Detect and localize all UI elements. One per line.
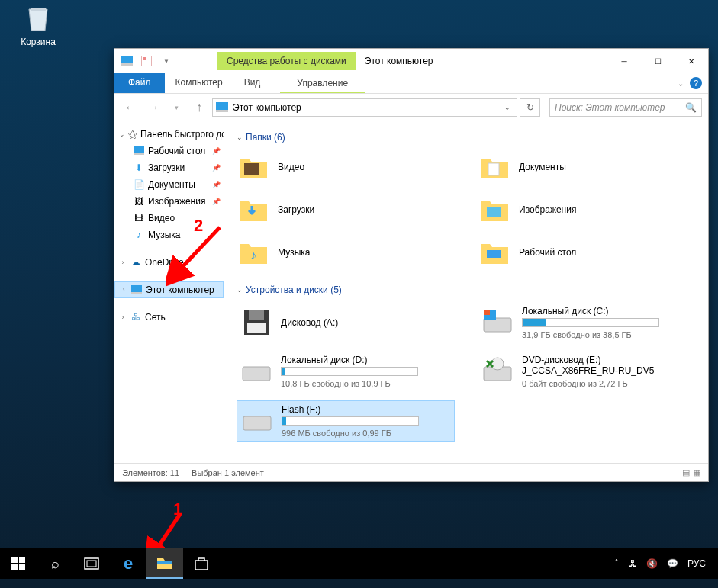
device-local-d[interactable]: Локальный диск (D:)10,8 ГБ свободно из 1… xyxy=(237,352,455,391)
sidebar-item-desktop[interactable]: Рабочий стол📌 xyxy=(114,143,224,159)
pictures-icon: 🖼 xyxy=(133,195,145,207)
device-label2: J_CCSA_X86FRE_RU-RU_DV5 xyxy=(522,365,654,376)
folder-icon: ♪ xyxy=(237,237,270,268)
tray-language[interactable]: РУС xyxy=(687,558,706,569)
titlebar[interactable]: ▼ Средства работы с дисками Этот компьют… xyxy=(114,49,708,73)
device-subtext: 996 МБ свободно из 0,99 ГБ xyxy=(282,429,419,438)
pin-icon: 📌 xyxy=(212,164,224,172)
system-menu-icon[interactable] xyxy=(118,53,135,69)
tab-manage[interactable]: Управление xyxy=(280,73,365,93)
taskbar: ⌕ e ˄ 🖧 🔇 💬 РУС xyxy=(0,548,718,579)
qat-dropdown-icon[interactable]: ▼ xyxy=(158,53,175,69)
svg-rect-28 xyxy=(19,557,25,563)
device-label: Flash (F:) xyxy=(282,404,419,415)
svg-rect-20 xyxy=(484,310,490,315)
svg-rect-24 xyxy=(243,416,271,430)
contextual-tab-drive-tools[interactable]: Средства работы с дисками xyxy=(217,52,356,70)
qat-properties-icon[interactable] xyxy=(138,53,155,69)
drive-icon xyxy=(481,307,514,338)
taskbar-edge[interactable]: e xyxy=(110,548,146,579)
quick-access-toolbar: ▼ xyxy=(114,53,175,69)
maximize-button[interactable]: ☐ xyxy=(641,50,675,72)
device-subtext: 31,9 ГБ свободно из 38,5 ГБ xyxy=(522,330,659,339)
back-button[interactable]: ← xyxy=(121,98,140,117)
address-segment[interactable]: Этот компьютер xyxy=(233,102,301,113)
minimize-button[interactable]: ─ xyxy=(607,50,641,72)
navigation-bar: ← → ▾ ↑ Этот компьютер ⌄ ↻ Поиск: Этот к… xyxy=(114,94,708,121)
tab-computer[interactable]: Компьютер xyxy=(165,73,233,93)
folder-pictures[interactable]: Изображения xyxy=(478,193,696,227)
system-tray: ˄ 🖧 🔇 💬 РУС xyxy=(614,558,718,569)
task-view-button[interactable] xyxy=(73,548,110,579)
file-explorer-icon xyxy=(156,556,173,570)
device-flash[interactable]: Flash (F:)996 МБ свободно из 0,99 ГБ xyxy=(237,400,455,442)
folder-music[interactable]: ♪Музыка xyxy=(237,236,455,269)
floppy-icon xyxy=(240,307,273,338)
downloads-icon: ⬇ xyxy=(133,162,145,174)
search-icon[interactable]: 🔍 xyxy=(685,102,697,113)
folder-documents[interactable]: Документы xyxy=(478,150,696,184)
svg-line-25 xyxy=(171,227,220,279)
svg-rect-3 xyxy=(143,57,146,60)
folder-icon xyxy=(478,194,511,225)
sidebar-item-pictures[interactable]: 🖼Изображения📌 xyxy=(114,193,224,210)
folder-icon xyxy=(478,152,511,182)
tray-notifications-icon[interactable]: 💬 xyxy=(667,558,678,569)
close-button[interactable]: ✕ xyxy=(675,50,708,72)
tab-file[interactable]: Файл xyxy=(114,73,165,93)
sidebar-network[interactable]: ›🖧Сеть xyxy=(114,309,224,326)
sidebar-item-label: Документы xyxy=(148,179,195,190)
tray-volume-icon[interactable]: 🔇 xyxy=(646,558,658,569)
view-tiles-icon[interactable]: ▦ xyxy=(693,468,700,477)
folder-label: Изображения xyxy=(519,204,576,215)
folder-videos[interactable]: Видео xyxy=(237,150,455,184)
svg-rect-17 xyxy=(247,323,266,333)
up-button[interactable]: ↑ xyxy=(189,98,209,117)
refresh-button[interactable]: ↻ xyxy=(520,98,540,117)
desktop-icon-recycle-bin[interactable]: Корзина xyxy=(15,3,61,47)
address-dropdown-icon[interactable]: ⌄ xyxy=(501,104,514,111)
dvd-icon xyxy=(481,356,514,387)
status-bar: Элементов: 11 Выбран 1 элемент ▤ ▦ xyxy=(114,463,708,481)
folder-desktop[interactable]: Рабочий стол xyxy=(478,236,696,269)
network-icon: 🖧 xyxy=(130,311,142,323)
svg-rect-10 xyxy=(244,163,259,175)
folder-icon xyxy=(237,194,270,225)
address-bar[interactable]: Этот компьютер ⌄ xyxy=(212,98,517,117)
view-details-icon[interactable]: ▤ xyxy=(682,468,690,477)
ribbon-tabs: Файл Компьютер Вид Управление ⌄ ? xyxy=(114,73,708,94)
tray-network-icon[interactable]: 🖧 xyxy=(628,558,637,569)
device-dvd[interactable]: DVD-дисковод (E:)J_CCSA_X86FRE_RU-RU_DV5… xyxy=(478,352,696,391)
device-local-c[interactable]: Локальный диск (C:)31,9 ГБ свободно из 3… xyxy=(478,303,696,342)
folder-label: Загрузки xyxy=(278,204,314,215)
taskbar-file-explorer[interactable] xyxy=(146,548,183,579)
help-icon[interactable]: ? xyxy=(690,77,702,89)
drive-icon xyxy=(240,356,273,387)
sidebar-quick-access[interactable]: ⌄⚝Панель быстрого до xyxy=(114,126,224,143)
sidebar-item-downloads[interactable]: ⬇Загрузки📌 xyxy=(114,159,224,176)
recent-dropdown-icon[interactable]: ▾ xyxy=(166,98,186,117)
svg-rect-18 xyxy=(484,318,511,332)
group-header-folders[interactable]: ⌄Папки (6) xyxy=(237,132,696,143)
search-box[interactable]: Поиск: Этот компьютер 🔍 xyxy=(549,98,702,117)
capacity-bar xyxy=(522,318,659,327)
content-pane: ⌄Папки (6) Видео Документы Загрузки Изоб… xyxy=(224,121,708,463)
tab-view[interactable]: Вид xyxy=(233,73,272,93)
svg-rect-11 xyxy=(488,163,499,175)
sidebar-item-label: Сеть xyxy=(145,312,166,323)
device-floppy[interactable]: Дисковод (A:) xyxy=(237,303,455,342)
task-view-icon xyxy=(84,557,99,570)
folder-downloads[interactable]: Загрузки xyxy=(237,193,455,227)
desktop-icon-label: Корзина xyxy=(15,37,61,47)
tray-up-icon[interactable]: ˄ xyxy=(614,558,619,569)
taskbar-store[interactable] xyxy=(183,548,220,579)
sidebar-item-documents[interactable]: 📄Документы📌 xyxy=(114,176,224,193)
start-button[interactable] xyxy=(0,548,37,579)
svg-rect-8 xyxy=(131,285,142,292)
group-header-devices[interactable]: ⌄Устройства и диски (5) xyxy=(237,284,696,295)
forward-button[interactable]: → xyxy=(143,98,163,117)
svg-rect-7 xyxy=(134,153,144,155)
status-selected-count: Выбран 1 элемент xyxy=(192,468,264,477)
search-button[interactable]: ⌕ xyxy=(37,548,73,579)
ribbon-collapse-icon[interactable]: ⌄ xyxy=(678,79,684,88)
